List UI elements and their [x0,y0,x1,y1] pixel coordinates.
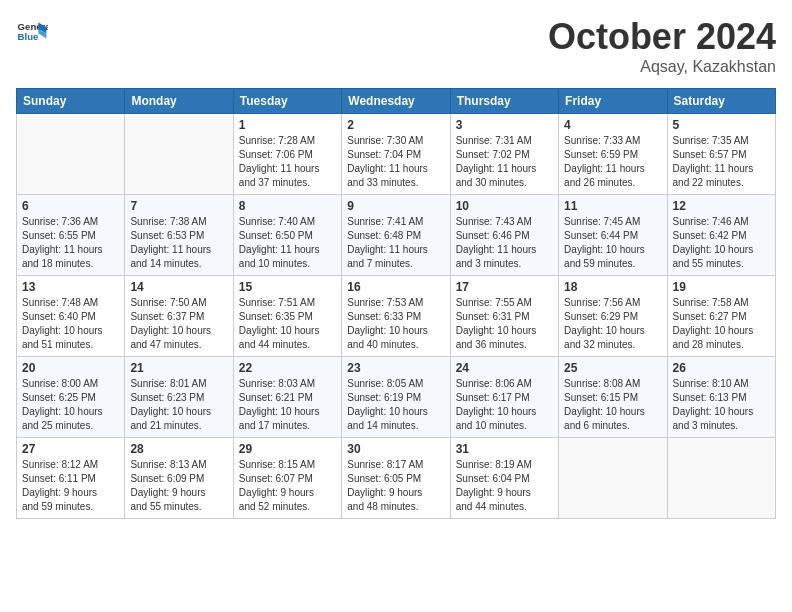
calendar-day-cell: 28Sunrise: 8:13 AM Sunset: 6:09 PM Dayli… [125,438,233,519]
day-info: Sunrise: 7:36 AM Sunset: 6:55 PM Dayligh… [22,215,119,271]
day-info: Sunrise: 8:06 AM Sunset: 6:17 PM Dayligh… [456,377,553,433]
day-number: 16 [347,280,444,294]
calendar-day-cell: 18Sunrise: 7:56 AM Sunset: 6:29 PM Dayli… [559,276,667,357]
svg-text:Blue: Blue [18,31,39,42]
calendar-day-cell: 19Sunrise: 7:58 AM Sunset: 6:27 PM Dayli… [667,276,775,357]
day-number: 24 [456,361,553,375]
calendar-day-cell: 11Sunrise: 7:45 AM Sunset: 6:44 PM Dayli… [559,195,667,276]
calendar-day-cell: 7Sunrise: 7:38 AM Sunset: 6:53 PM Daylig… [125,195,233,276]
calendar-day-cell: 25Sunrise: 8:08 AM Sunset: 6:15 PM Dayli… [559,357,667,438]
calendar-day-cell: 2Sunrise: 7:30 AM Sunset: 7:04 PM Daylig… [342,114,450,195]
day-number: 30 [347,442,444,456]
weekday-header: Friday [559,89,667,114]
weekday-header: Tuesday [233,89,341,114]
day-number: 10 [456,199,553,213]
day-number: 1 [239,118,336,132]
day-info: Sunrise: 7:43 AM Sunset: 6:46 PM Dayligh… [456,215,553,271]
calendar-body: 1Sunrise: 7:28 AM Sunset: 7:06 PM Daylig… [17,114,776,519]
calendar-week-row: 6Sunrise: 7:36 AM Sunset: 6:55 PM Daylig… [17,195,776,276]
day-number: 25 [564,361,661,375]
calendar-week-row: 1Sunrise: 7:28 AM Sunset: 7:06 PM Daylig… [17,114,776,195]
calendar-day-cell: 3Sunrise: 7:31 AM Sunset: 7:02 PM Daylig… [450,114,558,195]
day-number: 7 [130,199,227,213]
day-info: Sunrise: 8:15 AM Sunset: 6:07 PM Dayligh… [239,458,336,514]
calendar-day-cell: 1Sunrise: 7:28 AM Sunset: 7:06 PM Daylig… [233,114,341,195]
day-info: Sunrise: 7:41 AM Sunset: 6:48 PM Dayligh… [347,215,444,271]
calendar-day-cell: 27Sunrise: 8:12 AM Sunset: 6:11 PM Dayli… [17,438,125,519]
day-number: 23 [347,361,444,375]
day-number: 17 [456,280,553,294]
day-number: 28 [130,442,227,456]
calendar-day-cell: 8Sunrise: 7:40 AM Sunset: 6:50 PM Daylig… [233,195,341,276]
day-number: 6 [22,199,119,213]
calendar-day-cell: 17Sunrise: 7:55 AM Sunset: 6:31 PM Dayli… [450,276,558,357]
day-info: Sunrise: 8:10 AM Sunset: 6:13 PM Dayligh… [673,377,770,433]
weekday-header: Wednesday [342,89,450,114]
day-info: Sunrise: 8:00 AM Sunset: 6:25 PM Dayligh… [22,377,119,433]
weekday-header: Saturday [667,89,775,114]
day-info: Sunrise: 8:05 AM Sunset: 6:19 PM Dayligh… [347,377,444,433]
day-info: Sunrise: 7:31 AM Sunset: 7:02 PM Dayligh… [456,134,553,190]
logo: General Blue [16,16,48,48]
calendar-day-cell: 31Sunrise: 8:19 AM Sunset: 6:04 PM Dayli… [450,438,558,519]
day-number: 14 [130,280,227,294]
day-info: Sunrise: 7:35 AM Sunset: 6:57 PM Dayligh… [673,134,770,190]
weekday-row: SundayMondayTuesdayWednesdayThursdayFrid… [17,89,776,114]
day-info: Sunrise: 7:46 AM Sunset: 6:42 PM Dayligh… [673,215,770,271]
calendar-day-cell: 14Sunrise: 7:50 AM Sunset: 6:37 PM Dayli… [125,276,233,357]
calendar-day-cell: 12Sunrise: 7:46 AM Sunset: 6:42 PM Dayli… [667,195,775,276]
day-info: Sunrise: 7:53 AM Sunset: 6:33 PM Dayligh… [347,296,444,352]
calendar-day-cell: 6Sunrise: 7:36 AM Sunset: 6:55 PM Daylig… [17,195,125,276]
day-number: 4 [564,118,661,132]
day-info: Sunrise: 8:13 AM Sunset: 6:09 PM Dayligh… [130,458,227,514]
day-number: 31 [456,442,553,456]
day-number: 18 [564,280,661,294]
calendar-day-cell: 24Sunrise: 8:06 AM Sunset: 6:17 PM Dayli… [450,357,558,438]
calendar-week-row: 27Sunrise: 8:12 AM Sunset: 6:11 PM Dayli… [17,438,776,519]
calendar-day-cell: 10Sunrise: 7:43 AM Sunset: 6:46 PM Dayli… [450,195,558,276]
calendar-header: SundayMondayTuesdayWednesdayThursdayFrid… [17,89,776,114]
calendar-day-cell: 13Sunrise: 7:48 AM Sunset: 6:40 PM Dayli… [17,276,125,357]
day-info: Sunrise: 8:19 AM Sunset: 6:04 PM Dayligh… [456,458,553,514]
day-number: 8 [239,199,336,213]
page-header: General Blue October 2024 Aqsay, Kazakhs… [16,16,776,76]
day-info: Sunrise: 7:30 AM Sunset: 7:04 PM Dayligh… [347,134,444,190]
weekday-header: Sunday [17,89,125,114]
location: Aqsay, Kazakhstan [548,58,776,76]
weekday-header: Thursday [450,89,558,114]
day-number: 5 [673,118,770,132]
day-number: 29 [239,442,336,456]
day-info: Sunrise: 7:58 AM Sunset: 6:27 PM Dayligh… [673,296,770,352]
day-number: 13 [22,280,119,294]
day-number: 2 [347,118,444,132]
calendar-day-cell [125,114,233,195]
calendar-day-cell: 21Sunrise: 8:01 AM Sunset: 6:23 PM Dayli… [125,357,233,438]
calendar-day-cell [559,438,667,519]
weekday-header: Monday [125,89,233,114]
day-number: 12 [673,199,770,213]
calendar-day-cell [17,114,125,195]
calendar-day-cell: 15Sunrise: 7:51 AM Sunset: 6:35 PM Dayli… [233,276,341,357]
day-info: Sunrise: 7:45 AM Sunset: 6:44 PM Dayligh… [564,215,661,271]
day-info: Sunrise: 7:48 AM Sunset: 6:40 PM Dayligh… [22,296,119,352]
day-number: 21 [130,361,227,375]
day-number: 27 [22,442,119,456]
day-info: Sunrise: 8:01 AM Sunset: 6:23 PM Dayligh… [130,377,227,433]
day-info: Sunrise: 7:28 AM Sunset: 7:06 PM Dayligh… [239,134,336,190]
day-number: 9 [347,199,444,213]
calendar-day-cell: 20Sunrise: 8:00 AM Sunset: 6:25 PM Dayli… [17,357,125,438]
day-info: Sunrise: 7:38 AM Sunset: 6:53 PM Dayligh… [130,215,227,271]
day-info: Sunrise: 7:33 AM Sunset: 6:59 PM Dayligh… [564,134,661,190]
day-number: 19 [673,280,770,294]
calendar-day-cell: 22Sunrise: 8:03 AM Sunset: 6:21 PM Dayli… [233,357,341,438]
day-info: Sunrise: 7:51 AM Sunset: 6:35 PM Dayligh… [239,296,336,352]
logo-icon: General Blue [16,16,48,48]
calendar-day-cell: 30Sunrise: 8:17 AM Sunset: 6:05 PM Dayli… [342,438,450,519]
day-info: Sunrise: 7:55 AM Sunset: 6:31 PM Dayligh… [456,296,553,352]
day-info: Sunrise: 8:17 AM Sunset: 6:05 PM Dayligh… [347,458,444,514]
calendar-table: SundayMondayTuesdayWednesdayThursdayFrid… [16,88,776,519]
month-title: October 2024 [548,16,776,58]
calendar-day-cell [667,438,775,519]
calendar-day-cell: 29Sunrise: 8:15 AM Sunset: 6:07 PM Dayli… [233,438,341,519]
day-number: 22 [239,361,336,375]
